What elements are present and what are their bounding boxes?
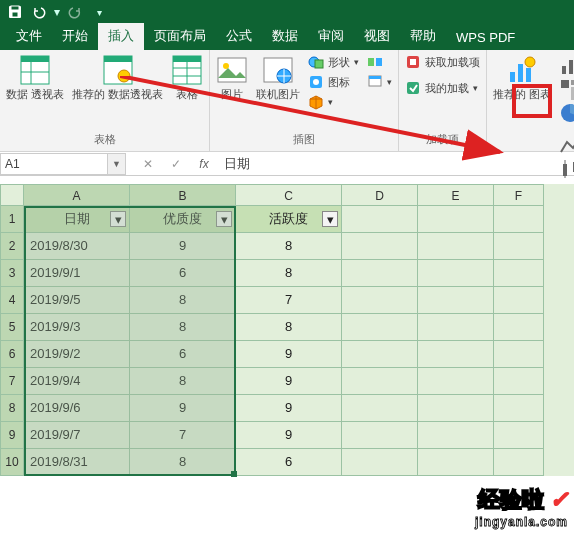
smartart-button[interactable] [367,54,392,70]
row-header[interactable]: 7 [0,368,24,395]
pie-chart-button[interactable]: ▾ [559,102,574,124]
cell[interactable]: 9 [236,368,342,395]
filter-dropdown-icon[interactable]: ▾ [322,211,338,227]
cell[interactable] [342,422,418,449]
cell[interactable]: 9 [130,395,236,422]
cell[interactable]: 7 [236,287,342,314]
row-header[interactable]: 6 [0,341,24,368]
cell[interactable] [342,233,418,260]
col-header[interactable]: E [418,184,494,206]
col-header[interactable]: B [130,184,236,206]
tab-insert[interactable]: 插入 [98,23,144,50]
shapes-button[interactable]: 形状▾ [308,54,359,70]
cell[interactable]: 2019/9/2 [24,341,130,368]
tab-layout[interactable]: 页面布局 [144,23,216,50]
row-header[interactable]: 2 [0,233,24,260]
table-header-cell[interactable]: 日期▾ [24,206,130,233]
save-icon[interactable] [4,1,26,23]
cell[interactable]: 8 [130,314,236,341]
icons-button[interactable]: 图标 [308,74,359,90]
cell[interactable]: 2019/9/7 [24,422,130,449]
cell[interactable] [494,422,544,449]
cell[interactable] [418,368,494,395]
screenshot-button[interactable]: ▾ [367,74,392,90]
select-all-corner[interactable] [0,184,24,206]
cell[interactable]: 2019/8/30 [24,233,130,260]
filter-dropdown-icon[interactable]: ▾ [216,211,232,227]
3d-models-button[interactable]: ▾ [308,94,359,110]
recommended-pivot-button[interactable]: 推荐的 数据透视表 [72,54,163,101]
pictures-button[interactable]: 图片 [216,54,248,101]
cell[interactable]: 8 [130,368,236,395]
tab-help[interactable]: 帮助 [400,23,446,50]
cell[interactable]: 6 [236,449,342,476]
cell[interactable] [418,260,494,287]
cell[interactable] [494,260,544,287]
get-addins-button[interactable]: 获取加载项 [405,54,480,70]
col-header[interactable]: D [342,184,418,206]
tab-home[interactable]: 开始 [52,23,98,50]
cell[interactable]: 6 [130,260,236,287]
hierarchy-chart-button[interactable]: ▾ [559,78,574,102]
cell[interactable] [494,287,544,314]
stat-chart-button[interactable]: ▾ [559,158,574,182]
cell[interactable]: 2019/9/3 [24,314,130,341]
col-header[interactable]: C [236,184,342,206]
cell[interactable]: 2019/8/31 [24,449,130,476]
tab-view[interactable]: 视图 [354,23,400,50]
customize-qat-icon[interactable]: ▾ [88,1,110,23]
cancel-formula-button[interactable]: ✕ [134,153,162,175]
cell[interactable] [342,260,418,287]
row-header[interactable]: 9 [0,422,24,449]
cell[interactable] [342,287,418,314]
cell[interactable]: 7 [130,422,236,449]
row-header[interactable]: 5 [0,314,24,341]
row-header[interactable]: 8 [0,395,24,422]
cell[interactable] [418,206,494,233]
cell[interactable]: 9 [236,422,342,449]
my-addins-button[interactable]: 我的加载▾ [405,80,480,96]
line-chart-button[interactable]: ▾ [559,134,574,158]
cell[interactable] [342,368,418,395]
cell[interactable] [342,206,418,233]
cell[interactable]: 8 [130,449,236,476]
tab-data[interactable]: 数据 [262,23,308,50]
tab-review[interactable]: 审阅 [308,23,354,50]
row-header[interactable]: 10 [0,449,24,476]
cell[interactable]: 8 [236,314,342,341]
accept-formula-button[interactable]: ✓ [162,153,190,175]
cell[interactable] [418,287,494,314]
cell[interactable] [418,233,494,260]
cell[interactable]: 2019/9/4 [24,368,130,395]
cell[interactable]: 8 [236,260,342,287]
name-box[interactable] [0,153,108,175]
cell[interactable]: 9 [236,341,342,368]
cell[interactable] [494,314,544,341]
cell[interactable] [418,422,494,449]
cell[interactable] [342,314,418,341]
row-header[interactable]: 1 [0,206,24,233]
cell[interactable]: 8 [236,233,342,260]
col-header[interactable]: F [494,184,544,206]
cell[interactable]: 9 [130,233,236,260]
table-header-cell[interactable]: 优质度▾ [130,206,236,233]
insert-function-button[interactable]: fx [190,153,218,175]
tab-wps-pdf[interactable]: WPS PDF [446,26,525,50]
cell[interactable] [342,395,418,422]
column-chart-button[interactable]: ▾ [559,54,574,78]
cell[interactable]: 2019/9/1 [24,260,130,287]
cell[interactable]: 2019/9/5 [24,287,130,314]
cell[interactable] [342,449,418,476]
filter-dropdown-icon[interactable]: ▾ [110,211,126,227]
cell[interactable] [342,341,418,368]
col-header[interactable]: A [24,184,130,206]
cell[interactable]: 9 [236,395,342,422]
cell[interactable] [418,314,494,341]
pivot-table-button[interactable]: 数据 透视表 [6,54,64,101]
recommended-charts-button[interactable]: 推荐的 图表 [493,54,551,101]
table-button[interactable]: 表格 [171,54,203,101]
cell[interactable] [418,449,494,476]
cell[interactable]: 2019/9/6 [24,395,130,422]
tab-formulas[interactable]: 公式 [216,23,262,50]
row-header[interactable]: 3 [0,260,24,287]
